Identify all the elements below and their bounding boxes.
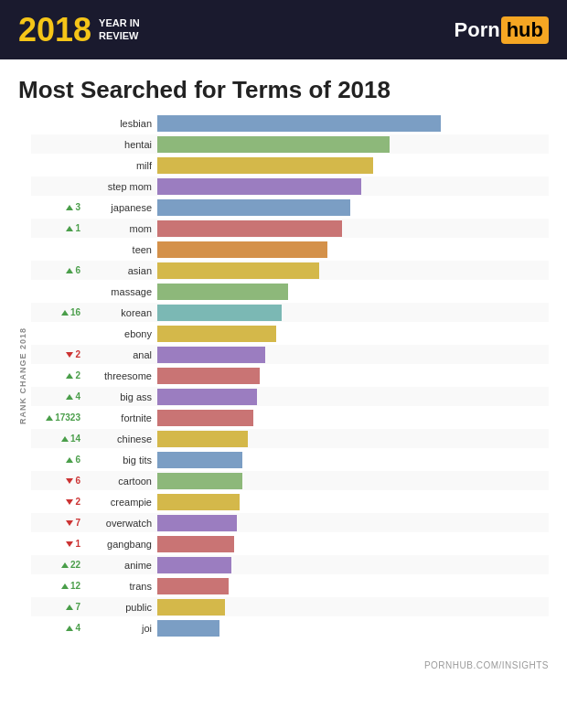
- bar-row: step mom: [31, 177, 549, 196]
- bar-row: hentai: [31, 134, 549, 154]
- rank-change: 3: [31, 202, 84, 212]
- bar-container: [157, 326, 549, 342]
- bar-row: 3japanese: [31, 198, 549, 217]
- rank-change: 17323: [31, 412, 84, 423]
- arrow-up-icon: [66, 226, 73, 231]
- bar: [157, 199, 350, 216]
- bar-row: 6big tits: [31, 450, 549, 469]
- bar-row: 7public: [31, 597, 549, 616]
- arrow-up-icon: [66, 268, 73, 273]
- bar: [157, 599, 225, 616]
- term-label: massage: [84, 286, 157, 297]
- bar-container: [157, 115, 549, 132]
- term-label: anal: [84, 349, 157, 360]
- bar-row: 16korean: [31, 303, 549, 322]
- term-label: overwatch: [84, 518, 157, 529]
- chart-area: RANK CHANGE 2018 lesbian hentai milf ste…: [0, 113, 567, 657]
- logo-porn: Porn: [455, 18, 500, 42]
- bar-container: [157, 305, 549, 321]
- term-label: big ass: [84, 391, 157, 402]
- rank-change: 7: [31, 518, 84, 528]
- footer-url: PORNHUB.COM/INSIGHTS: [0, 657, 567, 678]
- term-label: cartoon: [84, 476, 157, 487]
- bar: [157, 389, 257, 405]
- year-badge: 2018 YEAR INREVIEW: [18, 14, 140, 47]
- arrow-up-icon: [66, 373, 73, 379]
- bar-container: [157, 262, 549, 279]
- arrow-down-icon: [66, 478, 73, 484]
- rank-change: 6: [31, 476, 84, 486]
- rank-change: 6: [31, 265, 84, 275]
- bar: [157, 178, 361, 195]
- rank-change: 16: [31, 307, 84, 317]
- year-text: YEAR INREVIEW: [99, 17, 140, 41]
- bar: [157, 494, 240, 510]
- term-label: milf: [84, 160, 157, 171]
- rank-change: [31, 118, 84, 128]
- term-label: asian: [84, 265, 157, 276]
- term-label: hentai: [84, 139, 157, 150]
- rank-change: 4: [31, 391, 84, 401]
- term-label: creampie: [84, 497, 157, 508]
- bar-row: 2creampie: [31, 492, 549, 511]
- bar: [157, 410, 253, 426]
- rank-change: 2: [31, 349, 84, 359]
- bar: [157, 515, 237, 531]
- bar-row: 6cartoon: [31, 471, 549, 490]
- term-label: korean: [84, 307, 157, 318]
- bar: [157, 262, 319, 279]
- bar: [157, 368, 260, 384]
- term-label: anime: [84, 560, 157, 571]
- bar-container: [157, 284, 549, 300]
- term-label: chinese: [84, 434, 157, 444]
- bar: [157, 347, 265, 363]
- arrow-down-icon: [66, 499, 73, 505]
- bar: [157, 620, 219, 637]
- bar-container: [157, 178, 549, 195]
- year-number: 2018: [18, 14, 91, 47]
- bar-row: 2threesome: [31, 366, 549, 385]
- bar: [157, 136, 390, 153]
- bar-container: [157, 578, 549, 594]
- term-label: joi: [84, 623, 157, 634]
- bar-row: teen: [31, 240, 549, 259]
- header: 2018 YEAR INREVIEW Pornhub: [0, 0, 567, 59]
- arrow-up-icon: [61, 436, 69, 442]
- bar: [157, 305, 282, 321]
- bar-container: [157, 473, 549, 489]
- bar-row: 17323fortnite: [31, 408, 549, 427]
- bar-row: 14chinese: [31, 429, 549, 448]
- bar-container: [157, 620, 549, 637]
- term-label: teen: [84, 244, 157, 255]
- bar: [157, 220, 342, 237]
- arrow-down-icon: [66, 352, 73, 358]
- bar-container: [157, 599, 549, 616]
- term-label: lesbian: [84, 118, 157, 129]
- bar-container: [157, 136, 549, 153]
- arrow-up-icon: [61, 562, 69, 568]
- arrow-up-icon: [61, 583, 69, 589]
- term-label: big tits: [84, 455, 157, 466]
- bar: [157, 578, 229, 594]
- bar-row: milf: [31, 155, 549, 175]
- term-label: japanese: [84, 202, 157, 213]
- rank-change: 7: [31, 602, 84, 612]
- bar-container: [157, 452, 549, 468]
- rank-change: [31, 181, 84, 191]
- bar-container: [157, 199, 549, 216]
- bar-container: [157, 536, 549, 552]
- rank-change: 1: [31, 223, 84, 233]
- arrow-up-icon: [66, 605, 73, 610]
- bar: [157, 157, 373, 174]
- term-label: step mom: [84, 181, 157, 192]
- bar-container: [157, 494, 549, 510]
- arrow-up-icon: [66, 205, 73, 210]
- rank-change: 1: [31, 539, 84, 549]
- arrow-up-icon: [61, 310, 69, 316]
- chart-inner: lesbian hentai milf step mom3japanese1mo…: [31, 113, 549, 638]
- term-label: threesome: [84, 370, 157, 381]
- term-label: fortnite: [84, 412, 157, 423]
- bar: [157, 473, 242, 489]
- bar-row: 1gangbang: [31, 534, 549, 553]
- rank-change: [31, 160, 84, 170]
